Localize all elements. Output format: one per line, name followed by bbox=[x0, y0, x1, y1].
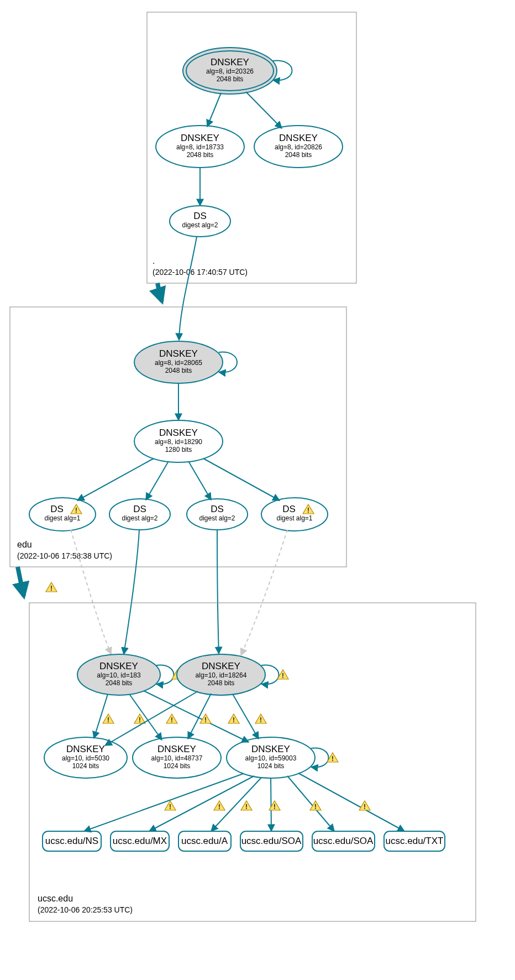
svg-text:DNSKEY: DNSKEY bbox=[202, 661, 240, 671]
svg-text:DNSKEY: DNSKEY bbox=[211, 57, 249, 67]
node-edu-ds4: DS digest alg=1 bbox=[261, 498, 328, 531]
warning-icon bbox=[103, 714, 114, 724]
node-edu-ds3: DS digest alg=2 bbox=[187, 499, 248, 530]
warning-icon bbox=[214, 801, 225, 811]
edge-edu-zsk-ds1 bbox=[77, 458, 154, 501]
node-edu-ksk: DNSKEY alg=8, id=28065 2048 bits bbox=[134, 341, 223, 383]
node-rr-a: ucsc.edu/A bbox=[178, 831, 231, 851]
edge-ucsc-zsk3-mx bbox=[149, 776, 254, 831]
svg-text:ucsc.edu/SOA: ucsc.edu/SOA bbox=[313, 836, 374, 846]
svg-text:2048 bits: 2048 bits bbox=[285, 151, 312, 159]
node-edu-ds2: DS digest alg=2 bbox=[109, 499, 170, 530]
svg-text:alg=8, id=18290: alg=8, id=18290 bbox=[155, 438, 202, 446]
node-rr-mx: ucsc.edu/MX bbox=[111, 831, 169, 851]
svg-text:alg=10, id=59003: alg=10, id=59003 bbox=[245, 754, 297, 762]
svg-text:DNSKEY: DNSKEY bbox=[159, 348, 198, 359]
zone-edu-timestamp: (2022-10-06 17:58:38 UTC) bbox=[17, 551, 112, 560]
edge-root-ksk-zsk1 bbox=[207, 93, 221, 127]
warning-icon bbox=[359, 801, 370, 811]
edge-ucsc-ksk1-zsk1 bbox=[94, 694, 108, 738]
svg-text:ucsc.edu/SOA: ucsc.edu/SOA bbox=[241, 836, 302, 846]
node-root-ksk: DNSKEY alg=8, id=20326 2048 bits bbox=[183, 48, 277, 94]
warning-icon bbox=[310, 801, 321, 811]
svg-text:1024 bits: 1024 bits bbox=[164, 762, 191, 770]
node-root-zsk2: DNSKEY alg=8, id=20826 2048 bits bbox=[254, 126, 343, 168]
zone-edu-name: edu bbox=[17, 540, 32, 549]
svg-text:DS: DS bbox=[211, 504, 224, 514]
edge-root-to-edu bbox=[157, 283, 162, 301]
svg-text:2048 bits: 2048 bits bbox=[208, 679, 235, 687]
node-rr-soa2: ucsc.edu/SOA bbox=[312, 831, 375, 851]
edge-edu-zsk-ds2 bbox=[146, 461, 169, 500]
svg-text:DS: DS bbox=[193, 211, 207, 221]
node-ucsc-ksk2: DNSKEY alg=10, id=18264 2048 bits bbox=[177, 654, 265, 695]
svg-text:2048 bits: 2048 bits bbox=[165, 367, 192, 374]
svg-text:2048 bits: 2048 bits bbox=[187, 151, 214, 159]
svg-text:ucsc.edu/MX: ucsc.edu/MX bbox=[113, 836, 167, 846]
svg-text:DS: DS bbox=[133, 504, 146, 514]
svg-text:alg=8, id=20326: alg=8, id=20326 bbox=[206, 67, 254, 75]
svg-text:ucsc.edu/A: ucsc.edu/A bbox=[181, 836, 228, 846]
edge-edu-zsk-ds4 bbox=[203, 458, 280, 501]
edge-ucsc-zsk3-soa1 bbox=[271, 778, 271, 831]
svg-text:DNSKEY: DNSKEY bbox=[251, 744, 290, 754]
dnssec-diagram: ! . (2022-10-06 17:40:57 UTC) DNSKEY alg… bbox=[0, 0, 515, 980]
svg-text:1024 bits: 1024 bits bbox=[72, 762, 99, 770]
svg-text:alg=10, id=183: alg=10, id=183 bbox=[97, 671, 141, 679]
zone-root-timestamp: (2022-10-06 17:40:57 UTC) bbox=[153, 268, 248, 277]
edge-edu-ds1-ucsc-ksk1 bbox=[71, 530, 111, 654]
svg-text:alg=8, id=28065: alg=8, id=28065 bbox=[155, 359, 202, 367]
svg-text:2048 bits: 2048 bits bbox=[217, 75, 244, 83]
node-rr-ns: ucsc.edu/NS bbox=[43, 831, 101, 851]
node-rr-soa1: ucsc.edu/SOA bbox=[240, 831, 303, 851]
svg-text:alg=8, id=20826: alg=8, id=20826 bbox=[275, 143, 322, 151]
warning-icon bbox=[228, 714, 239, 724]
node-ucsc-ksk1: DNSKEY alg=10, id=183 2048 bits bbox=[77, 654, 160, 695]
svg-text:digest alg=2: digest alg=2 bbox=[199, 514, 235, 522]
edge-ucsc-ksk2-zsk2 bbox=[188, 694, 211, 739]
svg-text:DNSKEY: DNSKEY bbox=[159, 428, 198, 438]
edge-ucsc-ksk2-zsk3 bbox=[233, 694, 259, 739]
zone-ucsc-timestamp: (2022-10-06 20:25:53 UTC) bbox=[38, 905, 133, 914]
svg-text:alg=10, id=5030: alg=10, id=5030 bbox=[62, 754, 109, 762]
svg-text:1024 bits: 1024 bits bbox=[258, 762, 285, 770]
warning-icon bbox=[165, 801, 176, 811]
edge-edu-ds4-ucsc-ksk2 bbox=[241, 530, 287, 655]
node-ucsc-zsk2: DNSKEY alg=10, id=48737 1024 bits bbox=[133, 737, 221, 778]
svg-text:DNSKEY: DNSKEY bbox=[157, 744, 196, 754]
svg-text:1280 bits: 1280 bits bbox=[165, 446, 192, 453]
node-rr-txt: ucsc.edu/TXT bbox=[384, 831, 445, 851]
edge-ucsc-ksk1-zsk2 bbox=[129, 694, 162, 740]
svg-text:alg=10, id=48737: alg=10, id=48737 bbox=[151, 754, 203, 762]
svg-text:digest alg=1: digest alg=1 bbox=[276, 514, 312, 522]
node-edu-ds1: DS digest alg=1 bbox=[29, 498, 96, 531]
svg-text:ucsc.edu/NS: ucsc.edu/NS bbox=[45, 836, 98, 846]
warning-icon bbox=[166, 714, 177, 724]
node-ucsc-zsk3: DNSKEY alg=10, id=59003 1024 bits bbox=[227, 737, 315, 778]
zone-root-name: . bbox=[153, 256, 155, 265]
svg-text:ucsc.edu/TXT: ucsc.edu/TXT bbox=[386, 836, 444, 846]
svg-text:alg=10, id=18264: alg=10, id=18264 bbox=[196, 671, 247, 679]
edge-edu-ds2-ucsc-ksk1 bbox=[124, 530, 139, 654]
svg-text:DNSKEY: DNSKEY bbox=[99, 661, 138, 671]
svg-text:alg=8, id=18733: alg=8, id=18733 bbox=[176, 143, 224, 151]
edge-edu-ds3-ucsc-ksk2 bbox=[217, 530, 219, 654]
warning-icon bbox=[46, 582, 57, 592]
edge-root-ksk-zsk2 bbox=[246, 92, 282, 128]
svg-text:DNSKEY: DNSKEY bbox=[181, 133, 219, 143]
svg-text:DS: DS bbox=[282, 504, 296, 514]
svg-text:digest alg=1: digest alg=1 bbox=[44, 514, 80, 522]
svg-text:DNSKEY: DNSKEY bbox=[66, 744, 105, 754]
node-root-ds: DS digest alg=2 bbox=[170, 206, 230, 237]
svg-text:DS: DS bbox=[50, 504, 64, 514]
warning-icon bbox=[241, 801, 252, 811]
edge-edu-zsk-ds3 bbox=[188, 461, 211, 500]
svg-text:digest alg=2: digest alg=2 bbox=[182, 221, 218, 229]
node-root-zsk1: DNSKEY alg=8, id=18733 2048 bits bbox=[156, 126, 244, 168]
svg-text:DNSKEY: DNSKEY bbox=[279, 133, 318, 143]
node-edu-zsk: DNSKEY alg=8, id=18290 1280 bits bbox=[134, 420, 223, 462]
zone-ucsc-name: ucsc.edu bbox=[38, 894, 73, 903]
svg-text:digest alg=2: digest alg=2 bbox=[122, 514, 157, 522]
svg-text:2048 bits: 2048 bits bbox=[106, 679, 133, 687]
edge-edu-to-ucsc bbox=[18, 567, 24, 596]
